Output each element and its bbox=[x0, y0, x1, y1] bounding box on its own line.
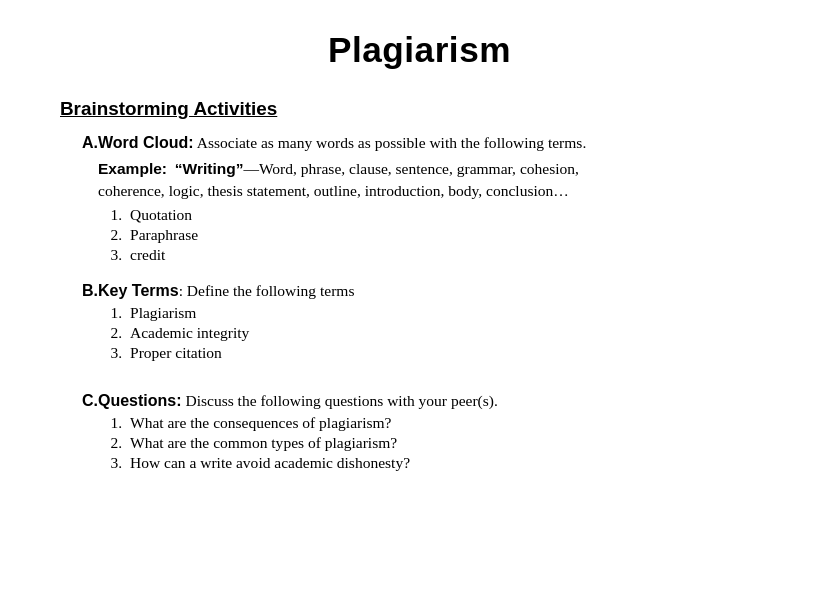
list-item: credit bbox=[126, 246, 779, 264]
example-rest: —Word, phrase, clause, sentence, grammar… bbox=[243, 160, 578, 177]
activity-b-title: Key Terms bbox=[98, 282, 179, 299]
activity-letter-a: A. bbox=[60, 134, 98, 152]
list-item: What are the common types of plagiarism? bbox=[126, 434, 779, 452]
list-item: What are the consequences of plagiarism? bbox=[126, 414, 779, 432]
activity-c-list: What are the consequences of plagiarism?… bbox=[126, 414, 779, 472]
activity-a-list: Quotation Paraphrase credit bbox=[126, 206, 779, 264]
activity-a: A. Word Cloud: Associate as many words a… bbox=[60, 134, 779, 272]
list-item: Quotation bbox=[126, 206, 779, 224]
example-word: “Writing” bbox=[175, 160, 244, 177]
activity-b-list: Plagiarism Academic integrity Proper cit… bbox=[126, 304, 779, 362]
section-heading: Brainstorming Activities bbox=[60, 98, 779, 120]
page-title: Plagiarism bbox=[60, 30, 779, 70]
list-item: Academic integrity bbox=[126, 324, 779, 342]
activity-b-desc: : Define the following terms bbox=[179, 282, 355, 299]
list-item: Proper citation bbox=[126, 344, 779, 362]
activity-letter-c: C. bbox=[60, 392, 98, 410]
activity-letter-b: B. bbox=[60, 282, 98, 300]
activity-b: B. Key Terms: Define the following terms… bbox=[60, 282, 779, 370]
activity-c-title: Questions: bbox=[98, 392, 182, 409]
list-item: Paraphrase bbox=[126, 226, 779, 244]
example-label: Example: bbox=[98, 160, 167, 177]
continuation-line: coherence, logic, thesis statement, outl… bbox=[98, 182, 779, 200]
activity-c: C. Questions: Discuss the following ques… bbox=[60, 392, 779, 480]
activity-a-example: Example: “Writing”—Word, phrase, clause,… bbox=[98, 160, 779, 178]
activity-c-desc: Discuss the following questions with you… bbox=[182, 392, 498, 409]
activity-a-desc: Associate as many words as possible with… bbox=[194, 134, 587, 151]
activity-a-title: Word Cloud: bbox=[98, 134, 194, 151]
list-item: How can a write avoid academic dishonest… bbox=[126, 454, 779, 472]
list-item: Plagiarism bbox=[126, 304, 779, 322]
